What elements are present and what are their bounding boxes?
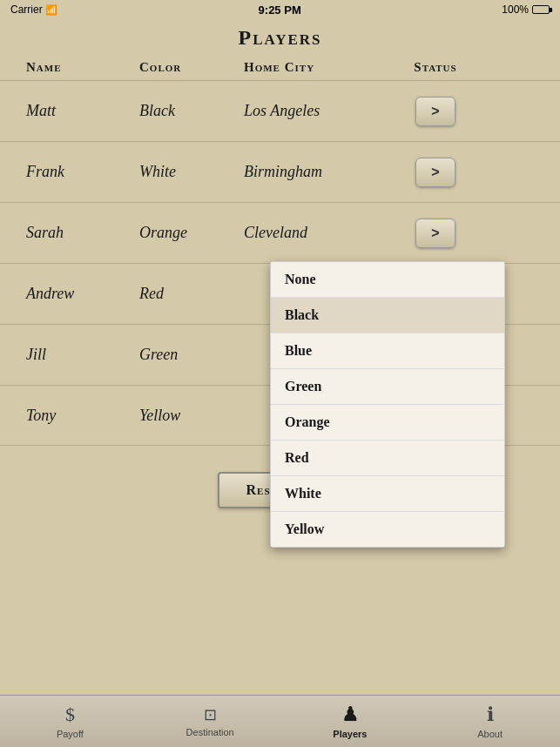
player-color: Red [139,285,244,303]
dropdown-item-green[interactable]: Green [271,369,504,405]
color-dropdown: None Black Blue Green Orange Red White Y… [270,261,505,548]
player-color: Black [139,102,244,120]
tab-payoff-label: Payoff [57,729,84,739]
header-color: Color [139,60,244,75]
tab-bar: $ Payoff ⊡ Destination ♟ Players ℹ About [0,695,560,747]
tab-players[interactable]: ♟ Players [315,703,385,739]
tab-about-label: About [477,729,503,739]
header-city: Home City [244,60,401,75]
status-button[interactable]: > [415,219,455,248]
player-name: Tony [26,407,139,425]
status-bar: Carrier 📶 9:25 PM 100% [0,0,560,19]
page-title: Players [0,19,560,60]
player-name: Andrew [26,285,139,303]
player-city: Cleveland [244,224,401,242]
battery-percent: 100% [502,3,529,16]
player-status-cell: > [401,97,470,126]
carrier-label: Carrier 📶 [10,3,57,16]
dropdown-item-orange[interactable]: Orange [271,405,504,441]
header-name: Name [26,60,139,75]
dropdown-item-white[interactable]: White [271,476,504,512]
player-status-cell: > [401,219,470,248]
player-color: Yellow [139,407,244,425]
info-icon: ℹ [487,703,494,726]
dropdown-item-red[interactable]: Red [271,441,504,476]
time-display: 9:25 PM [259,3,301,17]
dropdown-item-black[interactable]: Black [271,298,504,333]
player-name: Frank [26,163,139,181]
player-city: Birmingham [244,163,401,181]
player-name: Jill [26,346,139,364]
tab-destination[interactable]: ⊡ Destination [175,705,245,737]
players-icon: ♟ [341,703,359,726]
battery-area: 100% [502,3,550,16]
player-name: Matt [26,102,139,120]
tab-players-label: Players [333,729,367,739]
battery-icon [532,5,550,14]
dollar-icon: $ [65,703,75,726]
wifi-icon: 📶 [45,4,57,15]
status-button[interactable]: > [415,97,455,126]
player-color: Orange [139,224,244,242]
dropdown-item-blue[interactable]: Blue [271,333,504,369]
status-button[interactable]: > [415,158,455,187]
dropdown-item-none[interactable]: None [271,262,504,298]
tab-payoff[interactable]: $ Payoff [35,703,105,739]
player-color: Green [139,346,244,364]
player-status-cell: > [401,158,470,187]
table-row: Sarah Orange Cleveland > [0,202,560,263]
header-status: Status [401,60,470,75]
table-header: Name Color Home City Status [0,60,560,75]
player-name: Sarah [26,224,139,242]
player-city: Los Angeles [244,102,401,120]
table-row: Frank White Birmingham > [0,141,560,202]
player-color: White [139,163,244,181]
tab-about[interactable]: ℹ About [455,703,525,739]
tab-destination-label: Destination [186,727,234,737]
destination-icon: ⊡ [204,705,217,724]
dropdown-item-yellow[interactable]: Yellow [271,512,504,547]
table-row: Matt Black Los Angeles > [0,80,560,141]
